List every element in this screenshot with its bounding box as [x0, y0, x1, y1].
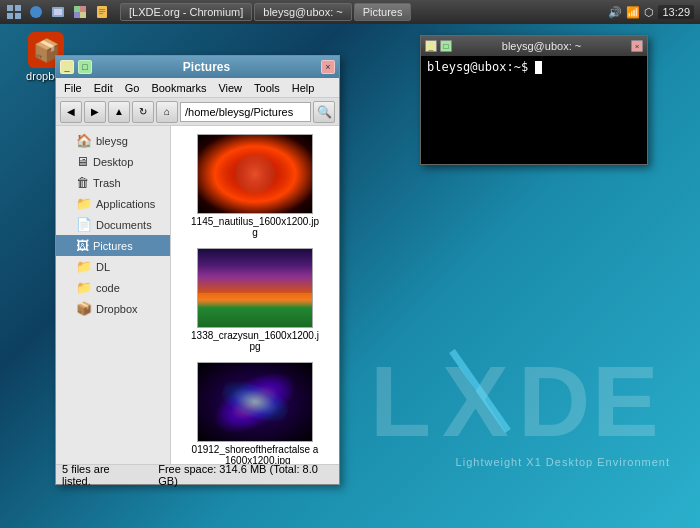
toolbar: ◀ ▶ ▲ ↻ ⌂ /home/bleysg/Pictures 🔍	[56, 98, 339, 126]
volume-icon[interactable]: 🔊	[608, 6, 622, 19]
file-item[interactable]: 1145_nautilus_1600x1200.jpg	[179, 134, 331, 238]
menu-help[interactable]: Help	[286, 78, 321, 97]
taskbar-icon-4[interactable]	[70, 2, 90, 22]
taskbar-pictures-btn[interactable]: Pictures	[354, 3, 412, 21]
taskbar-chromium-btn[interactable]: [LXDE.org - Chromium]	[120, 3, 252, 21]
taskbar-left	[0, 2, 116, 22]
network-icon[interactable]: 📶	[626, 6, 640, 19]
taskbar-icon-2[interactable]	[26, 2, 46, 22]
taskbar: [LXDE.org - Chromium] bleysg@ubox: ~ Pic…	[0, 0, 700, 24]
sidebar-item-home[interactable]: 🏠 bleysg	[56, 130, 170, 151]
sidebar-item-dl[interactable]: 📁 DL	[56, 256, 170, 277]
svg-rect-3	[15, 13, 21, 19]
search-button[interactable]: 🔍	[313, 101, 335, 123]
sidebar-item-dropbox[interactable]: 📦 Dropbox	[56, 298, 170, 319]
taskbar-windows: [LXDE.org - Chromium] bleysg@ubox: ~ Pic…	[116, 3, 602, 21]
file-thumbnail	[197, 362, 313, 442]
svg-rect-8	[80, 6, 86, 12]
forward-button[interactable]: ▶	[84, 101, 106, 123]
file-item[interactable]: 1338_crazysun_1600x1200.jpg	[179, 248, 331, 352]
svg-rect-13	[99, 11, 105, 12]
home-button[interactable]: ⌂	[156, 101, 178, 123]
menu-file[interactable]: File	[58, 78, 88, 97]
thumbnail-sunset	[198, 249, 312, 327]
bluetooth-icon[interactable]: ⬡	[644, 6, 654, 19]
terminal-body[interactable]: bleysg@ubox:~$	[421, 56, 647, 164]
sidebar-item-label: Trash	[93, 177, 121, 189]
svg-line-19	[452, 351, 508, 431]
menu-bar: File Edit Go Bookmarks View Tools Help	[56, 78, 339, 98]
lxde-svg: L X D E	[370, 341, 670, 461]
file-thumbnail	[197, 248, 313, 328]
sidebar-item-label: Dropbox	[96, 303, 138, 315]
documents-icon: 📄	[76, 217, 92, 232]
terminal-title: bleysg@ubox: ~	[455, 40, 628, 52]
taskbar-icon-5[interactable]	[92, 2, 112, 22]
sidebar: 🏠 bleysg 🖥 Desktop 🗑 Trash 📁 Application…	[56, 126, 171, 464]
menu-bookmarks[interactable]: Bookmarks	[145, 78, 212, 97]
svg-rect-1	[15, 5, 21, 11]
sidebar-item-desktop[interactable]: 🖥 Desktop	[56, 151, 170, 172]
trash-icon: 🗑	[76, 175, 89, 190]
up-button[interactable]: ▲	[108, 101, 130, 123]
taskbar-terminal-btn[interactable]: bleysg@ubox: ~	[254, 3, 351, 21]
maximize-button[interactable]: □	[78, 60, 92, 74]
menu-edit[interactable]: Edit	[88, 78, 119, 97]
file-thumbnail	[197, 134, 313, 214]
svg-rect-6	[54, 9, 62, 15]
pictures-icon: 🖼	[76, 238, 89, 253]
menu-view[interactable]: View	[212, 78, 248, 97]
sidebar-item-documents[interactable]: 📄 Documents	[56, 214, 170, 235]
status-files: 5 files are listed.	[62, 463, 138, 487]
terminal-close-button[interactable]: ×	[631, 40, 643, 52]
statusbar: 5 files are listed. Free space: 314.6 MB…	[56, 464, 339, 484]
taskbar-icon-3[interactable]	[48, 2, 68, 22]
terminal-prompt: bleysg@ubox:~$	[427, 60, 528, 74]
address-bar[interactable]: /home/bleysg/Pictures	[180, 102, 311, 122]
applications-icon: 📁	[76, 196, 92, 211]
code-icon: 📁	[76, 280, 92, 295]
svg-rect-0	[7, 5, 13, 11]
sidebar-item-pictures[interactable]: 🖼 Pictures	[56, 235, 170, 256]
file-content: 1145_nautilus_1600x1200.jpg 1338_crazysu…	[171, 126, 339, 464]
sidebar-item-label: Desktop	[93, 156, 133, 168]
thumbnail-fractal	[198, 363, 312, 441]
sidebar-item-trash[interactable]: 🗑 Trash	[56, 172, 170, 193]
menu-tools[interactable]: Tools	[248, 78, 286, 97]
svg-rect-9	[74, 12, 80, 18]
sidebar-item-label: Documents	[96, 219, 152, 231]
sidebar-item-applications[interactable]: 📁 Applications	[56, 193, 170, 214]
lxde-subtitle: Lightweight X1 Desktop Environment	[370, 456, 670, 468]
svg-rect-2	[7, 13, 13, 19]
back-button[interactable]: ◀	[60, 101, 82, 123]
lxde-logo: L X D E Lightweight X1 Desktop Environme…	[370, 341, 670, 468]
desktop-icon-small: 🖥	[76, 154, 89, 169]
file-manager-body: 🏠 bleysg 🖥 Desktop 🗑 Trash 📁 Application…	[56, 126, 339, 464]
file-name: 1338_crazysun_1600x1200.jpg	[190, 330, 320, 352]
file-name: 01912_shoreofthefractalse a_1600x1200.jp…	[190, 444, 320, 464]
sidebar-item-code[interactable]: 📁 code	[56, 277, 170, 298]
sidebar-item-label: DL	[96, 261, 110, 273]
dl-icon: 📁	[76, 259, 92, 274]
taskbar-right: 🔊 📶 ⬡ 13:29	[602, 5, 700, 19]
terminal-cursor	[535, 61, 542, 74]
thumbnail-nautilus	[198, 135, 312, 213]
dropbox-sidebar-icon: 📦	[76, 301, 92, 316]
home-icon: 🏠	[76, 133, 92, 148]
close-button[interactable]: ×	[321, 60, 335, 74]
svg-rect-12	[99, 9, 105, 10]
status-space: Free space: 314.6 MB (Total: 8.0 GB)	[158, 463, 333, 487]
terminal-window: _ □ bleysg@ubox: ~ × bleysg@ubox:~$	[420, 35, 648, 165]
menu-go[interactable]: Go	[119, 78, 146, 97]
terminal-maximize-button[interactable]: □	[440, 40, 452, 52]
svg-text:X: X	[442, 345, 508, 457]
terminal-minimize-button[interactable]: _	[425, 40, 437, 52]
taskbar-apps-icon[interactable]	[4, 2, 24, 22]
svg-text:E: E	[592, 345, 655, 457]
refresh-button[interactable]: ↻	[132, 101, 154, 123]
svg-rect-10	[80, 12, 86, 18]
file-item[interactable]: 01912_shoreofthefractalse a_1600x1200.jp…	[179, 362, 331, 464]
minimize-button[interactable]: _	[60, 60, 74, 74]
svg-rect-7	[74, 6, 80, 12]
clock: 13:29	[658, 5, 694, 19]
